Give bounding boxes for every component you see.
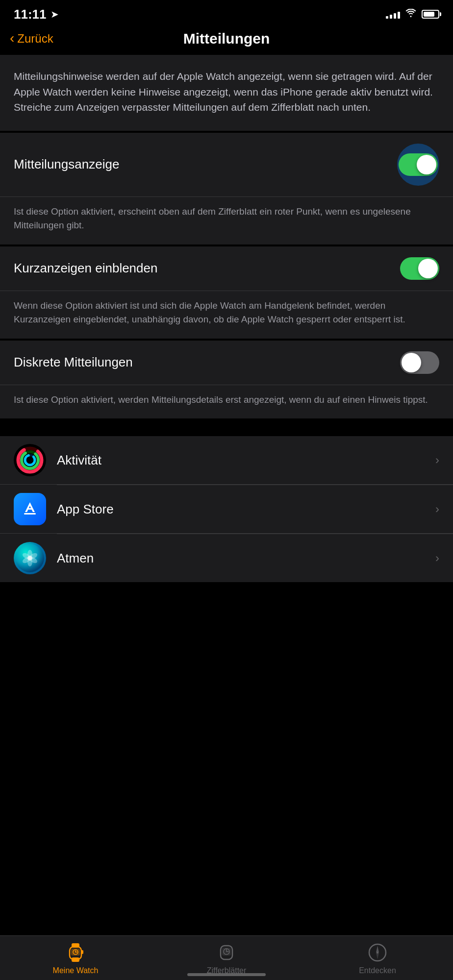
section-separator-apps [0, 419, 453, 435]
atmen-icon [14, 542, 46, 574]
kurzanzeigen-toggle[interactable] [400, 257, 439, 280]
mitteilungsanzeige-row: Mitteilungsanzeige [0, 133, 453, 197]
tab-entdecken-label: Entdecken [359, 966, 396, 975]
location-icon: ➤ [50, 8, 59, 20]
tab-entdecken[interactable]: Entdecken [302, 942, 453, 975]
battery-icon [422, 10, 439, 19]
toggle-knob-diskrete [402, 353, 421, 372]
appstore-icon [14, 493, 46, 525]
page-title: Mitteilungen [183, 30, 270, 47]
aktivitaet-name: Aktivität [57, 453, 425, 468]
diskrete-description: Ist diese Option aktiviert, werden Mitte… [0, 385, 453, 419]
nav-bar: ‹ Zurück Mitteilungen [0, 25, 453, 55]
list-item[interactable]: App Store › [0, 485, 453, 534]
kurzanzeigen-description-text: Wenn diese Option aktiviert ist und sich… [14, 299, 439, 327]
diskrete-row: Diskrete Mitteilungen [0, 341, 453, 385]
kurzanzeigen-label: Kurzanzeigen einblenden [14, 261, 157, 276]
tab-zifferblaetter[interactable]: Zifferblätter [151, 942, 302, 975]
tab-meine-watch[interactable]: Meine Watch [0, 942, 151, 975]
aktivitaet-icon [14, 444, 46, 476]
svg-marker-30 [376, 953, 379, 959]
svg-point-31 [377, 952, 378, 954]
signal-bars-icon [386, 10, 400, 19]
status-time: 11:11 [14, 7, 47, 22]
diskrete-description-text: Ist diese Option aktiviert, werden Mitte… [14, 393, 439, 407]
wifi-icon [405, 9, 417, 20]
kurzanzeigen-row: Kurzanzeigen einblenden [0, 246, 453, 291]
mitteilungsanzeige-label: Mitteilungsanzeige [14, 157, 119, 172]
mitteilungsanzeige-description: Ist diese Option aktiviert, erscheint ob… [0, 197, 453, 245]
list-item[interactable]: Aktivität › [0, 436, 453, 485]
status-icons [386, 9, 439, 20]
meine-watch-icon [65, 942, 86, 963]
mitteilungsanzeige-toggle[interactable] [399, 153, 438, 176]
mitteilungsanzeige-section: Mitteilungsanzeige Ist diese Option akti… [0, 133, 453, 245]
diskrete-section: Diskrete Mitteilungen Ist diese Option a… [0, 341, 453, 419]
chevron-right-icon: › [435, 453, 439, 467]
diskrete-label: Diskrete Mitteilungen [14, 355, 133, 370]
atmen-name: Atmen [57, 551, 425, 566]
zifferblaetter-icon [216, 942, 237, 963]
svg-marker-29 [376, 946, 379, 953]
chevron-right-icon: › [435, 502, 439, 516]
kurzanzeigen-description: Wenn diese Option aktiviert ist und sich… [0, 291, 453, 339]
appstore-name: App Store [57, 502, 425, 517]
home-indicator [187, 973, 266, 976]
diskrete-toggle[interactable] [400, 351, 439, 374]
svg-rect-18 [81, 950, 83, 954]
svg-rect-16 [72, 943, 79, 948]
chevron-right-icon: › [435, 551, 439, 565]
apps-section: Aktivität › App Store › [0, 436, 453, 582]
scrollable-content: Mitteilungshinweise werden auf der Apple… [0, 55, 453, 641]
mitteilungsanzeige-toggle-ring[interactable] [397, 144, 439, 186]
status-bar: 11:11 ➤ [0, 0, 453, 25]
toggle-knob-kurzanzeigen [418, 259, 438, 278]
kurzanzeigen-section: Kurzanzeigen einblenden Wenn diese Optio… [0, 246, 453, 339]
description-text: Mitteilungshinweise werden auf der Apple… [14, 69, 439, 115]
back-chevron-icon: ‹ [10, 31, 14, 45]
svg-point-14 [27, 556, 32, 561]
svg-rect-6 [24, 513, 36, 514]
svg-point-5 [25, 455, 35, 465]
back-button[interactable]: ‹ Zurück [10, 32, 53, 46]
description-section: Mitteilungshinweise werden auf der Apple… [0, 55, 453, 131]
back-label: Zurück [17, 32, 53, 46]
toggle-knob [417, 155, 436, 174]
list-item[interactable]: Atmen › [0, 534, 453, 582]
entdecken-icon [367, 942, 388, 963]
mitteilungsanzeige-description-text: Ist diese Option aktiviert, erscheint ob… [14, 205, 439, 233]
tab-meine-watch-label: Meine Watch [53, 966, 99, 975]
svg-rect-17 [72, 957, 79, 962]
